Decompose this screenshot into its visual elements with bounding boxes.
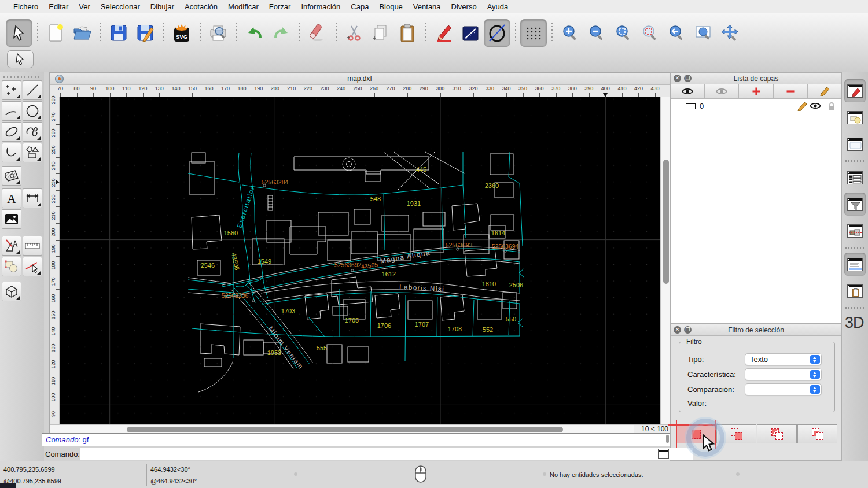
menu-item-capa[interactable]: Capa	[345, 2, 374, 11]
menu-item-seleccionar[interactable]: Seleccionar	[95, 2, 145, 11]
minus-icon	[786, 87, 795, 96]
zoom-auto-button[interactable]	[610, 19, 637, 47]
shapes-window-button[interactable]	[844, 106, 866, 129]
close-icon[interactable]: ✕	[674, 75, 681, 82]
menu-item-diverso[interactable]: Diverso	[446, 2, 482, 11]
menu-item-modificar[interactable]: Modificar	[223, 2, 264, 11]
cut-button[interactable]	[341, 19, 367, 47]
print-preview-button[interactable]	[205, 19, 231, 47]
close-icon[interactable]: ✕	[674, 326, 681, 334]
tool-measure-button[interactable]	[23, 236, 42, 256]
paste-button[interactable]	[394, 19, 421, 47]
menu-item-ventana[interactable]: Ventana	[408, 2, 446, 11]
show-all-layers-button[interactable]	[671, 84, 705, 98]
pen-toolbar-window-button[interactable]	[844, 79, 866, 102]
drawing-window-titlebar[interactable]: map.dxf	[50, 73, 670, 85]
undock-icon[interactable]: ❐	[684, 75, 692, 82]
grid-toggle-button[interactable]	[520, 19, 547, 47]
edit-pen-button[interactable]	[431, 19, 457, 47]
zoom-in-button[interactable]	[557, 19, 583, 47]
type-select[interactable]: Texto	[745, 353, 822, 365]
menu-item-dibujar[interactable]: Dibujar	[145, 2, 179, 11]
tool-hatch-button[interactable]	[2, 166, 21, 186]
tool-draft-button[interactable]	[2, 236, 21, 256]
command-history[interactable]: Comando: gf	[42, 433, 670, 446]
save-as-button[interactable]	[132, 19, 159, 47]
zoom-previous-button[interactable]	[663, 19, 690, 47]
menu-item-acotación[interactable]: Acotación	[179, 2, 223, 11]
hide-all-layers-button[interactable]	[705, 84, 739, 98]
undock-icon[interactable]: ❐	[684, 326, 692, 334]
zoom-selection-button[interactable]	[637, 19, 663, 47]
tool-3d-box-button[interactable]	[2, 282, 21, 301]
tool-polygons-button[interactable]	[23, 143, 42, 162]
tool-points-button[interactable]	[2, 80, 21, 100]
3d-mode-label[interactable]: 3D	[845, 314, 864, 332]
select-intersect-icon	[812, 428, 823, 440]
characteristic-label: Característica:	[687, 370, 736, 379]
command-input[interactable]	[80, 448, 693, 460]
zoom-pan-button[interactable]	[716, 19, 743, 47]
save-button[interactable]	[105, 19, 132, 47]
pen-settings-window-button[interactable]	[844, 219, 866, 242]
tool-image-button[interactable]	[2, 209, 21, 229]
tool-line-button[interactable]	[23, 80, 42, 100]
open-file-button[interactable]	[69, 19, 95, 47]
tool-text-button[interactable]: A	[2, 188, 21, 208]
menu-item-ver[interactable]: Ver	[73, 2, 95, 11]
undo-button[interactable]	[241, 19, 268, 47]
layer-lock-icon[interactable]	[827, 102, 836, 111]
command-keyboard-toggle-icon[interactable]	[658, 449, 669, 459]
layer-color-swatch[interactable]	[686, 103, 696, 109]
filter-remove-selection-button[interactable]	[757, 424, 797, 443]
menu-item-fichero[interactable]: Fichero	[8, 2, 43, 11]
copy-button[interactable]	[367, 19, 394, 47]
canvas-vertical-scrollbar[interactable]	[660, 97, 671, 424]
menu-item-editar[interactable]: Editar	[43, 2, 73, 11]
remove-layer-button[interactable]	[774, 84, 808, 98]
layer-edit-pencil-icon[interactable]	[796, 102, 808, 111]
characteristic-select[interactable]	[745, 368, 822, 380]
ruler-tick	[523, 93, 524, 97]
tool-modify-line-button[interactable]	[23, 257, 42, 276]
clipboard-window-button[interactable]	[844, 279, 866, 302]
command-window-button[interactable]	[844, 253, 866, 276]
eraser-button[interactable]	[304, 19, 331, 47]
layer-list-window-button[interactable]	[844, 166, 866, 189]
layer-row[interactable]: 0	[671, 99, 841, 113]
tool-arc-button[interactable]	[2, 101, 21, 121]
menu-item-forzar[interactable]: Forzar	[264, 2, 296, 11]
tool-spline-button[interactable]	[23, 122, 42, 142]
palette-drag-handle[interactable]	[3, 76, 39, 78]
menu-item-información[interactable]: Información	[296, 2, 345, 11]
line-tool-button[interactable]	[457, 19, 484, 47]
tool-select-entities-button[interactable]	[2, 257, 21, 276]
vscroll-thumb[interactable]	[663, 160, 669, 284]
zoom-out-button[interactable]	[583, 19, 610, 47]
add-layer-button[interactable]	[739, 84, 773, 98]
circle-slash-tool-button[interactable]	[484, 19, 510, 47]
select-cursor-secondary-button[interactable]	[7, 50, 34, 68]
canvas-horizontal-scrollbar[interactable]	[50, 424, 634, 434]
filter-intersect-selection-button[interactable]	[797, 424, 837, 443]
menu-item-ayuda[interactable]: Ayuda	[482, 2, 514, 11]
edit-layer-button[interactable]	[808, 84, 841, 98]
selection-filter-window-button[interactable]	[844, 193, 866, 216]
ruler-number: 270	[387, 86, 395, 91]
hscroll-thumb[interactable]	[127, 427, 563, 432]
tool-ellipse-button[interactable]	[2, 122, 21, 142]
zoom-window-button[interactable]	[690, 19, 716, 47]
new-document-button[interactable]	[42, 19, 69, 47]
menu-item-bloque[interactable]: Bloque	[374, 2, 407, 11]
tool-dimension-button[interactable]	[23, 188, 42, 208]
layer-visible-eye-icon[interactable]	[809, 102, 822, 110]
tool-polyline-button[interactable]	[2, 143, 21, 162]
svg-export-button[interactable]: SVG	[168, 19, 195, 47]
redo-button[interactable]	[268, 19, 295, 47]
blank-window-button[interactable]	[844, 132, 866, 156]
command-history-scrollbar[interactable]	[666, 435, 669, 443]
select-cursor-button[interactable]	[6, 19, 32, 47]
comparison-select[interactable]	[745, 383, 822, 395]
drawing-canvas[interactable]: 4452360548193115801614154925461612181025…	[60, 97, 660, 424]
tool-circle-button[interactable]	[23, 101, 42, 121]
